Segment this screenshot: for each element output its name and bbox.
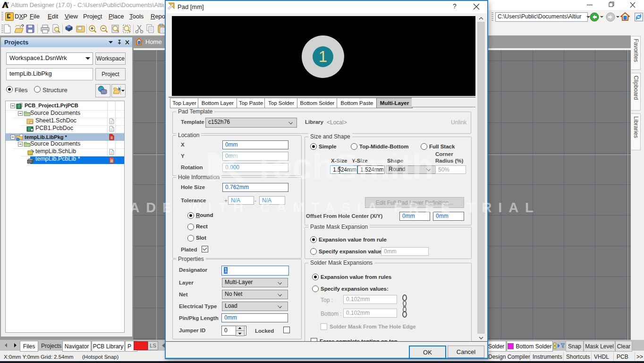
svg-text:17: 17 bbox=[6, 2, 9, 5]
